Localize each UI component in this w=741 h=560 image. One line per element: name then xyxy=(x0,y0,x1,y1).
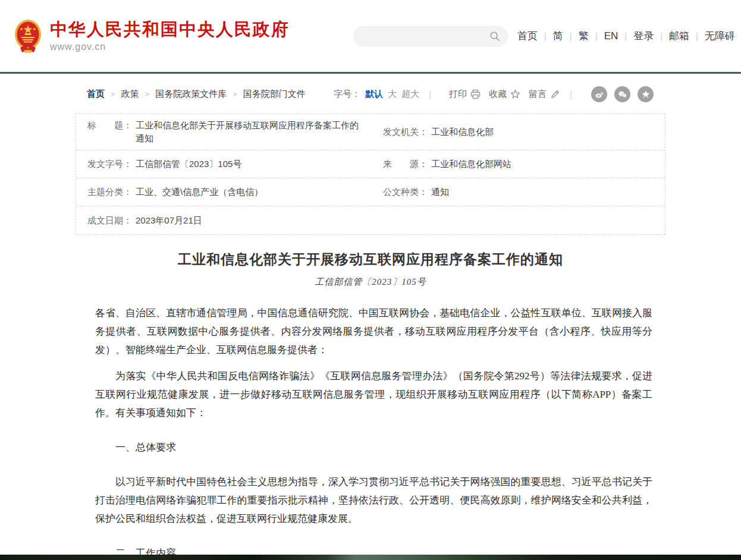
section-heading-1: 一、总体要求 xyxy=(95,438,652,457)
toolbar-row: 首页 > 政策 > 国务院政策文件库 > 国务院部门文件 字号： 默认 大 超大… xyxy=(76,86,665,102)
pencil-icon xyxy=(550,89,560,99)
search-icon[interactable] xyxy=(489,31,500,42)
breadcrumb-home[interactable]: 首页 xyxy=(87,89,105,100)
footer-image-strip xyxy=(0,555,741,560)
breadcrumb-separator-icon: > xyxy=(233,90,237,99)
breadcrumb-separator-icon: > xyxy=(111,90,115,99)
meta-source: 来 源： 工业和信息化部网站 xyxy=(372,153,665,175)
qzone-share-icon[interactable] xyxy=(638,86,654,102)
star-icon xyxy=(510,89,520,99)
meta-issuing-agency: 发文机关： 工业和信息化部 xyxy=(372,121,665,143)
wechat-share-icon[interactable] xyxy=(614,86,630,102)
header-divider xyxy=(0,72,741,74)
nav-mail[interactable]: 邮箱 xyxy=(668,29,690,43)
breadcrumb-department-docs: 国务院部门文件 xyxy=(243,89,306,100)
breadcrumb-separator-icon: > xyxy=(145,90,150,99)
site-title: 中华人民共和国中央人民政府 xyxy=(50,20,290,39)
site-logo[interactable]: 中华人民共和国中央人民政府 www.gov.cn xyxy=(14,19,290,54)
share-buttons xyxy=(591,86,654,102)
font-size-default[interactable]: 默认 xyxy=(365,89,383,100)
paragraph: 为落实《中华人民共和国反电信网络诈骗法》《互联网信息服务管理办法》（国务院令第2… xyxy=(95,367,652,422)
document-meta-table: 标 题： 工业和信息化部关于开展移动互联网应用程序备案工作的通知 发文机关： 工… xyxy=(76,114,665,235)
font-size-label: 字号： xyxy=(334,89,360,100)
document-number: 工信部信管〔2023〕105号 xyxy=(76,276,665,288)
search-box xyxy=(353,26,508,46)
page-tools: 字号： 默认 大 超大 | 打印 收藏 留言 xyxy=(334,86,654,102)
site-header: 中华人民共和国中央人民政府 www.gov.cn 首页 | 简 | 繁 | EN… xyxy=(0,0,741,72)
paragraph-salutation: 各省、自治区、直辖市通信管理局，中国信息通信研究院、中国互联网协会，基础电信企业… xyxy=(95,304,652,359)
breadcrumb-policy-library[interactable]: 国务院政策文件库 xyxy=(155,89,227,100)
meta-doc-type: 公文种类： 通知 xyxy=(372,181,665,203)
meta-row: 发文字号： 工信部信管〔2023〕105号 来 源： 工业和信息化部网站 xyxy=(76,150,665,178)
main-content: 首页 > 政策 > 国务院政策文件库 > 国务院部门文件 字号： 默认 大 超大… xyxy=(76,86,665,560)
document-body: 各省、自治区、直辖市通信管理局，中国信息通信研究院、中国互联网协会，基础电信企业… xyxy=(76,304,665,560)
national-emblem-icon xyxy=(14,19,42,54)
meta-topic-category: 主题分类： 工业、交通\信息产业（含电信） xyxy=(76,181,372,203)
font-size-xlarge[interactable]: 超大 xyxy=(401,89,419,100)
nav-simplified[interactable]: 简 xyxy=(552,29,564,43)
meta-row: 成文日期： 2023年07月21日 xyxy=(76,206,665,234)
nav-login[interactable]: 登录 xyxy=(632,29,655,43)
favorite-button[interactable]: 收藏 xyxy=(489,89,520,100)
nav-accessibility[interactable]: 无障碍 xyxy=(704,29,736,43)
meta-date: 成文日期： 2023年07月21日 xyxy=(76,209,372,232)
site-url: www.gov.cn xyxy=(50,42,290,52)
nav-traditional[interactable]: 繁 xyxy=(577,29,590,43)
top-nav: 首页 | 简 | 繁 | EN | 登录 | 邮箱 | 无障碍 xyxy=(516,29,736,43)
font-size-large[interactable]: 大 xyxy=(388,89,397,100)
breadcrumb-policy[interactable]: 政策 xyxy=(121,89,139,100)
printer-icon xyxy=(470,89,481,99)
weibo-share-icon[interactable] xyxy=(591,86,607,102)
search-input[interactable] xyxy=(361,27,489,46)
document-title: 工业和信息化部关于开展移动互联网应用程序备案工作的通知 xyxy=(76,250,665,269)
meta-doc-number: 发文字号： 工信部信管〔2023〕105号 xyxy=(76,153,372,175)
paragraph: 以习近平新时代中国特色社会主义思想为指导，深入学习贯彻习近平总书记关于网络强国的… xyxy=(95,473,652,528)
breadcrumb: 首页 > 政策 > 国务院政策文件库 > 国务院部门文件 xyxy=(87,89,306,100)
print-button[interactable]: 打印 xyxy=(449,89,481,100)
meta-title: 标 题： 工业和信息化部关于开展移动互联网应用程序备案工作的通知 xyxy=(76,114,372,150)
nav-home[interactable]: 首页 xyxy=(516,29,539,43)
nav-english[interactable]: EN xyxy=(603,30,620,42)
meta-row: 标 题： 工业和信息化部关于开展移动互联网应用程序备案工作的通知 发文机关： 工… xyxy=(76,114,665,150)
site-logo-text: 中华人民共和国中央人民政府 www.gov.cn xyxy=(50,20,290,52)
meta-row: 主题分类： 工业、交通\信息产业（含电信） 公文种类： 通知 xyxy=(76,178,665,206)
comment-button[interactable]: 留言 xyxy=(529,89,560,100)
